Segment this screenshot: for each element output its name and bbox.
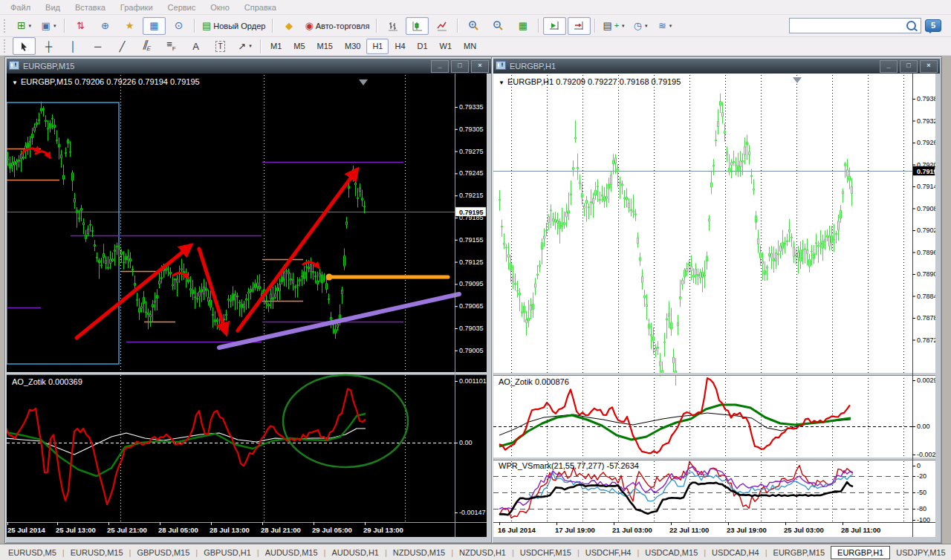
text-tool[interactable]: A [184,37,207,55]
menu-вид[interactable]: Вид [38,1,68,13]
terminal-button[interactable]: ▦ [143,17,166,35]
chart-tab-usdchf-m15[interactable]: USDCHF,M15 [514,546,577,559]
chart-tab-usdjpy-m15[interactable]: USDJPY,M15 [890,546,951,559]
text-label-tool[interactable]: T [209,37,232,55]
autotrading-button[interactable]: ◉Авто-торговля [302,17,372,35]
dropdown-caret-icon[interactable]: ▾ [249,43,252,49]
timeframe-m5-button[interactable]: M5 [288,39,311,54]
chart-area[interactable]: 0.793850.793250.792650.792050.791450.790… [493,74,935,537]
chart-tab-usdcad-m15[interactable]: USDCAD,M15 [639,546,704,559]
chart-tab-usdcad-h4[interactable]: USDCAD,H4 [706,546,765,559]
timeframe-m15-button[interactable]: M15 [311,39,339,54]
search-icon[interactable] [906,21,916,30]
trendline-tool[interactable]: ╱ [111,37,134,55]
arrows-tool[interactable]: ↗▾ [233,37,256,55]
timeframe-d1-button[interactable]: D1 [412,39,434,54]
chart-canvas[interactable]: 0.793350.793050.792750.792450.792150.791… [7,74,487,537]
vertical-line-tool[interactable]: │ [62,37,85,55]
symbol-dropdown-icon[interactable]: ▼ [12,79,18,86]
tile-windows-button[interactable]: ▦ [511,17,534,35]
dropdown-caret-icon[interactable]: ▾ [622,23,625,29]
search-input[interactable] [793,21,906,31]
timeframe-h4-button[interactable]: H4 [389,39,411,54]
menu-окно[interactable]: Окно [203,1,237,13]
dropdown-caret-icon[interactable]: ▾ [645,23,648,29]
svg-text:0.79025: 0.79025 [917,227,935,234]
new-order-button[interactable]: ▤Новый Ордер [199,17,268,35]
chart-area[interactable]: 0.793350.793050.792750.792450.792150.791… [7,74,487,537]
dropdown-caret-icon[interactable]: ▾ [669,23,672,29]
timeframe-mn-button[interactable]: MN [458,39,482,54]
svg-text:0.79385: 0.79385 [917,95,935,102]
svg-text:0.78725: 0.78725 [917,336,935,344]
window-titlebar[interactable]: EURGBP,H1 _ □ × [493,59,940,74]
minimize-button[interactable]: _ [880,60,898,73]
svg-text:0.00: 0.00 [459,439,473,446]
notification-badge[interactable]: 5 [925,19,941,32]
indicators-button[interactable]: ▤+▾ [600,17,627,35]
main-toolbar: ⊞▾▣▾⇅⊕★▦⊙▤Новый Ордер◆◉Авто-торговля▦▤+▾… [0,15,951,37]
toolbar-drag-handle[interactable] [4,39,9,53]
periods-button[interactable]: ◷▾ [629,17,652,35]
chart-tab-usdchf-h4[interactable]: USDCHF,H4 [580,546,637,559]
chart-line-button[interactable] [430,17,453,35]
chart-window-eurgbp-m15[interactable]: EURGBP,M15 _ □ × 0.793350.793050.792750.… [4,56,493,544]
svg-text:0.79085: 0.79085 [917,205,935,212]
timeframe-m1-button[interactable]: M1 [264,39,288,54]
symbol-dropdown-icon[interactable]: ▼ [499,79,504,86]
chart-tab-audusd-h1[interactable]: AUDUSD,H1 [325,546,385,559]
chart-window-icon [496,59,506,73]
menu-справка[interactable]: Справка [237,1,284,13]
chart-shift-button[interactable] [568,17,591,35]
dropdown-caret-icon[interactable]: ▾ [29,23,32,29]
dropdown-caret-icon[interactable]: ▾ [53,23,56,29]
maximize-button[interactable]: □ [451,60,469,73]
data-window-button[interactable]: ⊕ [94,17,117,35]
chart-candles-button[interactable] [406,17,429,35]
navigator-button[interactable]: ★ [118,17,141,35]
metaeditor-button[interactable]: ◆ [277,17,300,35]
menu-сервис[interactable]: Сервис [160,1,204,13]
timeframe-h1-button[interactable]: H1 [366,39,389,54]
profiles-button[interactable]: ▣▾ [37,17,60,35]
chart-tab-eurgbp-m15[interactable]: EURGBP,M15 [767,546,831,559]
new-chart-button[interactable]: ⊞▾ [13,17,36,35]
market-watch-button[interactable]: ⇅ [69,17,92,35]
zoom-in-button[interactable] [462,17,485,35]
chart-tab-eurgbp-h1[interactable]: EURGBP,H1 [831,546,890,559]
minimize-button[interactable]: _ [431,60,449,73]
menu-вставка[interactable]: Вставка [68,1,113,13]
chart-tab-eurusd-m15[interactable]: EURUSD,M15 [65,546,129,559]
chart-window-eurgbp-h1[interactable]: EURGBP,H1 _ □ × 0.793850.793250.792650.7… [491,56,942,544]
menu-файл[interactable]: Файл [3,1,38,13]
auto-scroll-button[interactable] [543,17,566,35]
crosshair-tool[interactable]: ┼ [37,37,60,55]
search-box[interactable] [789,18,921,33]
maximize-button[interactable]: □ [900,60,918,73]
timeframe-m30-button[interactable]: M30 [339,39,366,54]
svg-text:0.79125: 0.79125 [459,258,484,266]
cursor-tool[interactable] [13,37,36,55]
menu-графики[interactable]: Графики [113,1,160,13]
chart-tab-gbpusd-h1[interactable]: GBPUSD,H1 [198,546,257,559]
zoom-out-button[interactable] [487,17,510,35]
templates-button[interactable]: ≋▾ [654,17,677,35]
toolbar-drag-handle[interactable] [4,19,9,33]
chart-tab-eurusd-m5[interactable]: EURUSD,M5 [2,546,62,559]
timeframe-w1-button[interactable]: W1 [434,39,458,54]
toolbar-separator [64,19,65,33]
close-button[interactable]: × [920,60,938,73]
chart-tab-audusd-m15[interactable]: AUDUSD,M15 [259,546,324,559]
chart-tab-gbpusd-m15[interactable]: GBPUSD,M15 [131,546,195,559]
fibonacci-tool[interactable]: ≡F [160,37,183,55]
chart-bars-button[interactable] [381,17,404,35]
window-titlebar[interactable]: EURGBP,M15 _ □ × [7,59,491,74]
equidistant-channel-tool[interactable]: ∥E [135,37,158,55]
horizontal-line-tool[interactable]: ─ [86,37,109,55]
close-button[interactable]: × [471,60,489,73]
chart-tab-nzdusd-m15[interactable]: NZDUSD,M15 [387,546,451,559]
strategy-tester-button[interactable]: ⊙ [167,17,190,35]
svg-text:0.79155: 0.79155 [459,236,484,244]
chart-tab-nzdusd-h1[interactable]: NZDUSD,H1 [453,546,512,559]
svg-text:28 Jul 21:00: 28 Jul 21:00 [261,526,301,534]
